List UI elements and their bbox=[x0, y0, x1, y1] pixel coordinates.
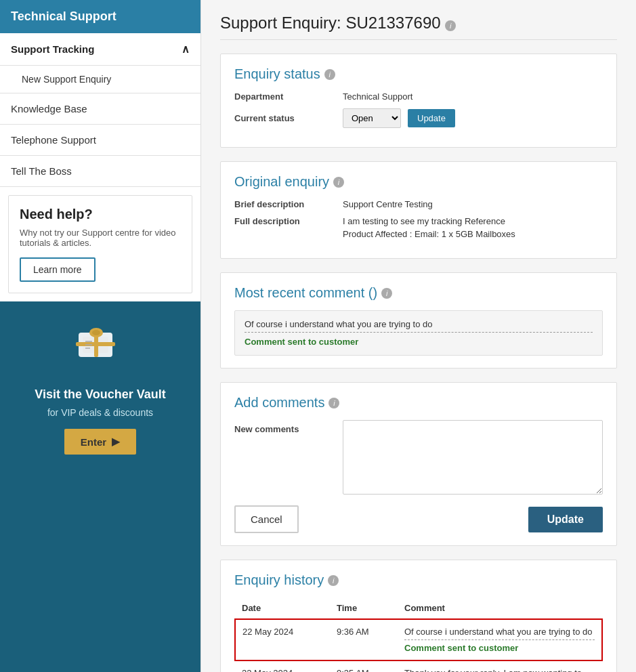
full-desc-label: Full description bbox=[234, 216, 343, 226]
recent-comment-text: Of course i understand what you are tryi… bbox=[245, 319, 593, 333]
department-row: Department Technical Support bbox=[234, 91, 603, 102]
svg-point-5 bbox=[92, 330, 100, 335]
enquiry-history-info-icon[interactable]: i bbox=[328, 575, 339, 586]
brief-desc-label: Brief description bbox=[234, 199, 343, 209]
voucher-subtitle: for VIP deals & discounts bbox=[47, 407, 153, 418]
current-status-label: Current status bbox=[234, 113, 343, 123]
original-enquiry-title: Original enquiry i bbox=[234, 174, 603, 190]
sidebar-item-knowledge-base[interactable]: Knowledge Base bbox=[0, 93, 200, 125]
status-update-button[interactable]: Update bbox=[408, 109, 455, 127]
update-button[interactable]: Update bbox=[528, 507, 603, 532]
new-comments-label: New comments bbox=[234, 420, 343, 495]
history-time-2: 9:35 AM bbox=[330, 660, 398, 672]
full-desc-line1: I am testing to see my tracking Referenc… bbox=[343, 216, 515, 226]
col-header-time: Time bbox=[330, 597, 398, 619]
enquiry-status-section: Enquiry status i Department Technical Su… bbox=[220, 54, 617, 148]
history-time-1: 9:36 AM bbox=[330, 619, 398, 660]
voucher-title: Visit the Voucher Vault bbox=[35, 387, 165, 402]
add-comments-info-icon[interactable]: i bbox=[328, 398, 339, 408]
enquiry-history-section: Enquiry history i Date Time Comment 22 M… bbox=[220, 560, 617, 672]
col-header-date: Date bbox=[235, 597, 330, 619]
history-comment-2: Thank you for your reply. I am now wanti… bbox=[398, 660, 602, 672]
col-header-comment: Comment bbox=[398, 597, 602, 619]
history-row-2: 22 May 2024 9:35 AM Thank you for your r… bbox=[235, 660, 602, 672]
page-title-bar: Support Enquiry: SU21337690 i bbox=[220, 14, 617, 40]
sidebar-header: Technical Support bbox=[0, 0, 200, 33]
history-comment-text-1: Of course i understand what you are tryi… bbox=[404, 627, 595, 640]
chevron-up-icon: ∧ bbox=[182, 43, 190, 56]
sidebar-item-telephone-support[interactable]: Telephone Support bbox=[0, 125, 200, 156]
brief-desc-value: Support Centre Testing bbox=[343, 199, 433, 209]
history-date-1: 22 May 2024 bbox=[235, 619, 330, 660]
page-title-info-icon[interactable]: i bbox=[445, 20, 456, 31]
original-enquiry-section: Original enquiry i Brief description Sup… bbox=[220, 161, 617, 259]
department-label: Department bbox=[234, 91, 343, 102]
full-desc-row: Full description I am testing to see my … bbox=[234, 216, 603, 239]
form-action-buttons: Cancel Update bbox=[234, 505, 603, 533]
page-title-label: Support Enquiry: bbox=[220, 14, 341, 32]
most-recent-comment-title: Most recent comment () i bbox=[234, 285, 603, 301]
history-date-2: 22 May 2024 bbox=[235, 660, 330, 672]
history-row-highlighted: 22 May 2024 9:36 AM Of course i understa… bbox=[235, 619, 602, 660]
need-help-box: Need help? Why not try our Support centr… bbox=[8, 195, 192, 293]
gift-icon bbox=[73, 318, 127, 379]
full-desc-line2: Product Affected : Email: 1 x 5GB Mailbo… bbox=[343, 229, 515, 239]
sidebar-item-tell-the-boss[interactable]: Tell The Boss bbox=[0, 156, 200, 187]
enquiry-id: SU21337690 bbox=[345, 14, 440, 32]
recent-comment-sent-label: Comment sent to customer bbox=[245, 337, 593, 347]
most-recent-comment-info-icon[interactable]: i bbox=[381, 288, 392, 299]
cancel-button[interactable]: Cancel bbox=[234, 505, 299, 533]
status-control-group: Open Closed Pending Update bbox=[343, 108, 455, 128]
add-comments-section: Add comments i New comments Cancel Updat… bbox=[220, 382, 617, 546]
sidebar-item-new-support-enquiry[interactable]: New Support Enquiry bbox=[0, 66, 200, 93]
enquiry-history-title: Enquiry history i bbox=[234, 572, 603, 588]
enter-button[interactable]: Enter ▶ bbox=[64, 429, 136, 455]
new-comments-textarea[interactable] bbox=[343, 420, 603, 495]
svg-rect-3 bbox=[76, 342, 115, 346]
sidebar-title: Technical Support bbox=[11, 9, 116, 23]
need-help-description: Why not try our Support centre for video… bbox=[20, 228, 181, 248]
history-comment-1: Of course i understand what you are tryi… bbox=[398, 619, 602, 660]
status-row: Current status Open Closed Pending Updat… bbox=[234, 108, 603, 128]
status-select[interactable]: Open Closed Pending bbox=[343, 108, 401, 128]
full-desc-value: I am testing to see my tracking Referenc… bbox=[343, 216, 515, 239]
add-comments-title: Add comments i bbox=[234, 395, 603, 411]
enquiry-status-title: Enquiry status i bbox=[234, 66, 603, 82]
sidebar-item-support-tracking[interactable]: Support Tracking ∧ bbox=[0, 33, 200, 66]
history-comment-sent-1: Comment sent to customer bbox=[404, 643, 595, 653]
need-help-title: Need help? bbox=[20, 207, 181, 222]
comments-form: New comments bbox=[234, 420, 603, 495]
sidebar: Technical Support Support Tracking ∧ New… bbox=[0, 0, 201, 672]
learn-more-button[interactable]: Learn more bbox=[20, 257, 96, 282]
arrow-icon: ▶ bbox=[112, 436, 120, 448]
department-value: Technical Support bbox=[343, 91, 412, 102]
history-table: Date Time Comment 22 May 2024 9:36 AM Of… bbox=[234, 597, 603, 672]
voucher-banner: Visit the Voucher Vault for VIP deals & … bbox=[0, 301, 200, 672]
enquiry-status-info-icon[interactable]: i bbox=[324, 69, 335, 80]
most-recent-comment-section: Most recent comment () i Of course i und… bbox=[220, 272, 617, 369]
recent-comment-box: Of course i understand what you are tryi… bbox=[234, 310, 603, 356]
main-content: Support Enquiry: SU21337690 i Enquiry st… bbox=[201, 0, 636, 672]
brief-desc-row: Brief description Support Centre Testing bbox=[234, 199, 603, 209]
original-enquiry-info-icon[interactable]: i bbox=[333, 177, 344, 188]
